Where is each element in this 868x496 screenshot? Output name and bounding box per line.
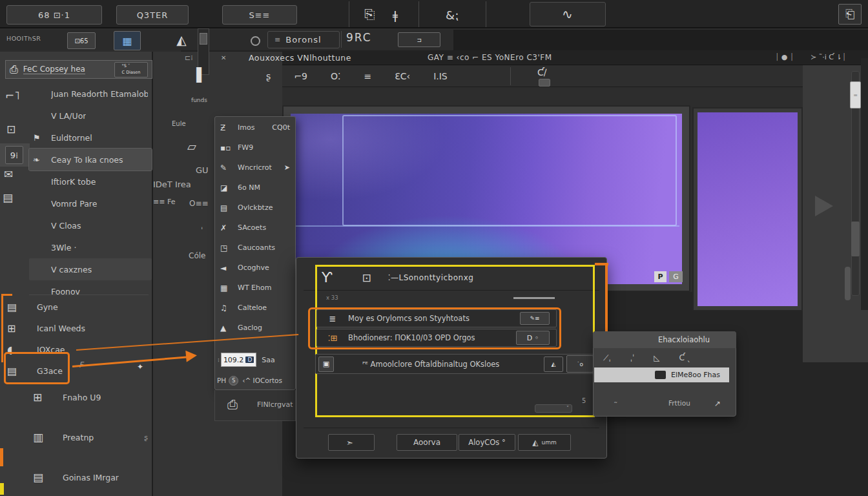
option-1-button[interactable]: ✎≡ [520, 312, 550, 325]
warning-button[interactable]: ◭umm [518, 434, 571, 451]
counter-box[interactable]: ⊡65 [67, 32, 96, 49]
option-3-button-b[interactable]: ˙o [566, 355, 594, 373]
dialog-dropdown-line[interactable] [513, 297, 555, 299]
sidebar-menu-item[interactable]: V Cloas [29, 214, 152, 236]
slider-handle[interactable] [200, 33, 207, 45]
context-menu-item[interactable]: ◄ Ocoghve [215, 258, 295, 278]
dialog-scroll-pill[interactable]: ˅ [535, 404, 572, 413]
settings-button[interactable]: S≡≡ [222, 5, 297, 25]
right-scrollbar-handle[interactable]: ≡ [850, 81, 861, 108]
dialog-option-row-1[interactable]: ≣ Moy es Orylomcs son Styyhtoats ✎≡ [316, 309, 557, 327]
context-menu-item[interactable]: Ƶ Imos CQ0t [215, 118, 295, 138]
sidebar-lower-item[interactable]: ▤ Goinas IMrgar [29, 457, 152, 496]
dialog-checkbox-icon[interactable]: ⊡ [362, 271, 371, 284]
sidebar-menu-item[interactable]: IftiorK tobe [29, 170, 152, 192]
grid-blue-icon[interactable]: ▦ [114, 31, 141, 50]
sidebar-lower-item[interactable]: ▥ Preatnp ʂ [29, 417, 152, 457]
sidebar-header-box[interactable]: °S ˅ C Diasen [114, 62, 148, 78]
option-3-button-a[interactable]: ◭ [544, 356, 563, 372]
context-menu-item[interactable]: ▤ Ovlckbtze [215, 198, 295, 218]
menu-item-label: Euldtornel [51, 133, 92, 143]
sidebar-menu-item[interactable]: V LA/Uor [29, 105, 152, 127]
mini-swatch[interactable] [539, 79, 550, 87]
sidebar-menu-item[interactable]: V caxznes [29, 258, 152, 280]
embed-panel-header[interactable]: Ehacxloiaohlu [593, 331, 736, 348]
small-tab[interactable]: ⊐ [398, 32, 440, 47]
accept-button[interactable]: Aoorva [397, 434, 457, 451]
tab-src-label[interactable]: 9RC [346, 31, 372, 44]
toolbar-icon[interactable]: ≡ [364, 71, 371, 81]
secondary-canvas-image[interactable] [698, 112, 798, 306]
dialog-option-row-3[interactable]: ▣ ᴾᴱ Amoolclore Oftaldbinaltug OKsloes ◭… [315, 354, 599, 374]
monitor-tool-icon[interactable]: ⊡ [6, 123, 16, 136]
export-page-icon[interactable]: ⎗ [838, 4, 862, 25]
record-circle-icon[interactable] [251, 36, 260, 46]
titlebar-pin-icon[interactable]: ✕ [221, 54, 226, 61]
apply-button[interactable]: AloyCOs ° [459, 434, 515, 451]
sidebar-menu-item[interactable]: ⚑ Euldtornel [29, 127, 152, 149]
right-scrollbar-handle-2[interactable] [851, 222, 860, 256]
page-g-button[interactable]: G [669, 271, 683, 282]
list-tool-icon[interactable]: ▤ [3, 191, 13, 204]
context-menu-item[interactable]: ✗ SAcoets [215, 218, 295, 238]
phone-tool-icon[interactable]: 9⁞ [5, 146, 23, 164]
sidebar-group-item[interactable]: ⊞ Icanl Weeds [3, 318, 152, 339]
copy-tool-icon[interactable]: Ƈ∕ [537, 67, 547, 78]
brush-icon[interactable]: ǂ [389, 5, 402, 25]
context-menu-item[interactable]: ▦ WT Ehom [215, 278, 295, 298]
embed-toolbar-icon[interactable]: ⟋ˌ [603, 353, 611, 362]
clipboard-icon[interactable]: ⎘ [356, 4, 382, 25]
sidebar-lower-item[interactable]: ⊞ Fnaho U9 [29, 377, 152, 417]
curve-tool-button[interactable]: ∿ [530, 2, 606, 26]
toolbar-icon[interactable]: ƐC‹ [395, 71, 410, 81]
context-item-label: Gaclog [238, 324, 262, 332]
toolbar-icon[interactable]: ʂ [266, 71, 271, 81]
printer-row-icon[interactable]: ⎙ [227, 397, 238, 412]
titlebar-window-icons-2[interactable]: ≻ ˜·i Ƈ ⇂⏐ [811, 53, 846, 61]
panel-arrow-icon[interactable]: ↗ [714, 399, 721, 408]
flag-tool-icon[interactable]: ⌐˥ [5, 89, 20, 102]
option-2-button[interactable]: Ⅾ ◦ [516, 331, 550, 345]
value-input[interactable]: 109.2 Ⅾ [221, 353, 256, 367]
sidebar-group-item[interactable]: ▤ Gyne [3, 296, 152, 318]
context-menu-item[interactable]: ♫ Calteloe [215, 298, 295, 318]
sparkle-icon: ✦ [137, 362, 143, 371]
envelope-tool-icon[interactable]: ✉ [4, 168, 13, 181]
titlebar-left-icons[interactable]: ⊏⁞ [185, 54, 193, 62]
context-menu-item[interactable]: ▪▫ FW9 [215, 138, 295, 158]
titlebar-window-icons[interactable]: ⏐ ● ⏐ [775, 53, 794, 61]
toolbar-icon[interactable]: ⌐9 [294, 71, 307, 81]
context-item-icon: ✎ [220, 163, 238, 172]
person-tool-icon[interactable]: &⁏ [431, 3, 473, 27]
play-triangle-icon[interactable] [815, 196, 833, 216]
sidebar-menu-item[interactable]: 3Wle · [29, 236, 152, 258]
sidebar-header[interactable]: ⎙ FeC Copsey hea °S ˅ C Diasen [5, 60, 152, 79]
printer-row-label[interactable]: FlNlcrgvat [257, 400, 293, 409]
sidebar-menu-item[interactable]: ❧ Ceay To Ika cnoes [29, 149, 152, 170]
folder-icon: ▱ [187, 140, 196, 153]
embed-toolbar-icon[interactable]: ˌˈ [630, 353, 635, 362]
embed-toolbar-icon[interactable]: Ƈ ˎ [679, 353, 691, 362]
toolbar-icon[interactable]: O⁚ [331, 71, 340, 81]
panel-bottom-label[interactable]: Frttiou [668, 399, 690, 407]
dialog-option-row-2[interactable]: ⁚⊞ Bhodionesr: ПOK10/03 OPD Orgos Ⅾ ◦ [316, 329, 557, 347]
display-counter-button[interactable]: 68 ⊡·1 [6, 5, 102, 25]
tab-boronsl[interactable]: ≡Boronsl [267, 31, 340, 48]
embed-files-row[interactable]: ElMe8oo Fhas [594, 367, 729, 382]
context-menu-item[interactable]: ✎ Wncricrot ➤ [215, 158, 295, 178]
page-p-button[interactable]: P [654, 271, 666, 282]
option-3-icon[interactable]: ▣ [318, 356, 334, 372]
raster-button[interactable]: Q3TER [116, 5, 189, 25]
sidebar-menu-item[interactable]: Vomrd Pare [29, 192, 152, 214]
funds-label: funds [191, 97, 207, 103]
sidebar-menu-item[interactable]: Juan Readorth Etamalobrze [29, 83, 152, 105]
pyramid-icon[interactable]: ◭ [170, 30, 192, 50]
embed-toolbar-icon[interactable]: ◺ [654, 353, 659, 362]
side-scroll-pill[interactable] [845, 267, 851, 300]
toolbar-icon[interactable]: I.IS [433, 71, 448, 81]
context-menu-item[interactable]: ◪ 6o NM [215, 178, 295, 198]
ph-row[interactable]: PH S ‹^ IOCortos [217, 373, 294, 388]
eule-label: Eule [172, 120, 186, 127]
select-tool-button[interactable]: ➣ [328, 434, 375, 451]
context-menu-item[interactable]: ◳ Caucoants [215, 238, 295, 258]
